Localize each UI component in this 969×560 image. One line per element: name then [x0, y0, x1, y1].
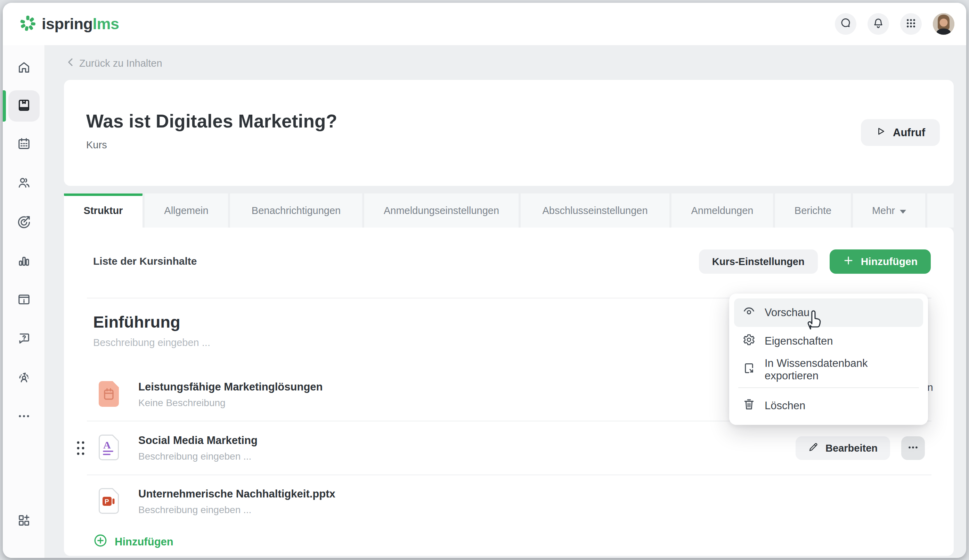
tab-anmeldungseinstellungen[interactable]: Anmeldungseinstellungen [364, 193, 519, 228]
chapter-description-placeholder[interactable]: Beschreibung eingeben ... [93, 337, 210, 349]
gear-icon [743, 333, 756, 349]
brand-wordmark: ispringlms [42, 15, 119, 33]
breadcrumb-back[interactable]: Zurück zu Inhalten [67, 56, 954, 70]
plus-icon [843, 255, 854, 269]
eye-icon [743, 305, 756, 321]
course-settings-button[interactable]: Kurs-Einstellungen [699, 249, 818, 274]
interaction-file-icon [99, 381, 119, 408]
item-title: Leistungsfähige Marketinglösungen [138, 381, 323, 393]
home-icon [17, 60, 31, 76]
item-description: Beschreibung eingeben ... [138, 451, 258, 462]
course-tabs: Struktur Allgemein Benachrichtigungen An… [64, 193, 954, 228]
item-title: Unternehmerische Nachhaltigkeit.pptx [138, 488, 335, 500]
app-screenshot: ispringlms [0, 0, 969, 560]
content-item-row[interactable]: A Social Media Marketing Beschreibung ei… [64, 422, 954, 474]
bar-chart-icon [17, 254, 31, 269]
tab-struktur[interactable]: Struktur [64, 193, 143, 228]
bell-icon [872, 17, 884, 31]
tab-overflow-stub [927, 193, 954, 228]
article-file-icon: A [99, 435, 119, 462]
page-title: Was ist Digitales Marketing? [86, 110, 954, 132]
breadcrumb-label: Zurück zu Inhalten [79, 58, 162, 69]
topbar: ispringlms [3, 3, 966, 45]
content-head-actions: Kurs-Einstellungen Hinzufügen [699, 249, 931, 274]
chat-icon [840, 17, 851, 31]
notifications-button[interactable] [867, 13, 889, 35]
apps-grid-icon [905, 17, 917, 31]
row-actions: Bearbeiten [796, 436, 925, 460]
export-icon [743, 362, 756, 377]
menu-item-eigenschaften[interactable]: Eigenschaften [734, 327, 923, 356]
tab-anmeldungen[interactable]: Anmeldungen [671, 193, 773, 228]
tab-mehr[interactable]: Mehr [853, 193, 925, 228]
sidebar-item-info-portal[interactable] [8, 284, 40, 316]
topbar-actions [835, 13, 954, 35]
sidebar-active-indicator [3, 90, 6, 121]
book-icon [17, 98, 31, 114]
sidebar-item-reports[interactable] [8, 246, 40, 277]
user-avatar[interactable] [933, 13, 954, 35]
menu-item-loeschen[interactable]: Löschen [734, 392, 923, 420]
tab-benachrichtigungen[interactable]: Benachrichtigungen [230, 193, 362, 228]
grid-plus-icon [17, 513, 31, 529]
menu-item-vorschau[interactable]: Vorschau [734, 298, 923, 327]
ispring-flower-icon [20, 15, 36, 33]
target-arrow-icon [17, 215, 31, 230]
edit-button[interactable]: Bearbeiten [796, 436, 890, 460]
sidebar-item-apps[interactable] [8, 505, 40, 537]
divider [87, 475, 931, 475]
play-icon [876, 126, 886, 139]
course-header-card: Was ist Digitales Marketing? Kurs Aufruf [64, 80, 954, 186]
row-more-button[interactable] [901, 436, 925, 460]
sidebar-item-home[interactable] [8, 52, 40, 84]
tab-berichte[interactable]: Berichte [775, 193, 851, 228]
info-window-icon [17, 292, 31, 308]
occluded-label-fragment: n [927, 381, 933, 393]
powerpoint-file-icon: P [99, 488, 119, 515]
users-icon [17, 176, 31, 191]
item-title: Social Media Marketing [138, 434, 258, 447]
add-item-link[interactable]: Hinzufügen [93, 533, 173, 551]
person-gauge-icon [17, 371, 31, 386]
trash-icon [743, 398, 756, 414]
plus-circle-icon [93, 533, 108, 551]
svg-text:A: A [103, 439, 111, 450]
list-title: Liste der Kursinhalte [93, 255, 197, 267]
sidebar-item-help[interactable] [8, 323, 40, 355]
chat-button[interactable] [835, 13, 856, 35]
apps-button[interactable] [900, 13, 922, 35]
ellipsis-icon [17, 409, 31, 424]
sidebar-item-calendar[interactable] [8, 129, 40, 160]
sidebar-item-supervision[interactable] [8, 362, 40, 394]
app-window: ispringlms [3, 3, 966, 558]
ellipsis-icon [907, 442, 919, 455]
chevron-left-icon [67, 58, 74, 69]
item-description: Keine Beschreibung [138, 397, 323, 409]
chapter-title: Einführung [93, 312, 210, 331]
sidebar-item-goals[interactable] [8, 207, 40, 238]
content-item-row[interactable]: P Unternehmerische Nachhaltigkeit.pptx B… [64, 475, 954, 528]
help-bubble-icon [17, 331, 31, 347]
sidebar [3, 45, 45, 558]
content-type-label: Kurs [86, 139, 954, 151]
pencil-icon [808, 442, 819, 455]
item-context-menu: Vorschau Eigenschaften In Wissensdatenba… [729, 294, 928, 425]
calendar-icon [17, 137, 31, 152]
sidebar-item-users[interactable] [8, 168, 40, 199]
menu-item-export[interactable]: In Wissensdatenbank exportieren [734, 356, 923, 384]
add-content-button[interactable]: Hinzufügen [830, 249, 931, 274]
item-description: Beschreibung eingeben ... [138, 504, 335, 515]
chapter-header[interactable]: Einführung Beschreibung eingeben ... [93, 312, 210, 349]
menu-divider [738, 387, 919, 388]
tab-allgemein[interactable]: Allgemein [145, 193, 228, 228]
tab-abschlusseinstellungen[interactable]: Abschlusseinstellungen [521, 193, 669, 228]
preview-course-button[interactable]: Aufruf [861, 119, 940, 146]
drag-handle[interactable] [76, 440, 85, 457]
sidebar-item-more[interactable] [8, 401, 40, 432]
sidebar-item-courses[interactable] [8, 90, 40, 121]
svg-text:P: P [105, 498, 109, 505]
chevron-down-icon [900, 210, 906, 214]
brand-logo[interactable]: ispringlms [20, 15, 119, 33]
